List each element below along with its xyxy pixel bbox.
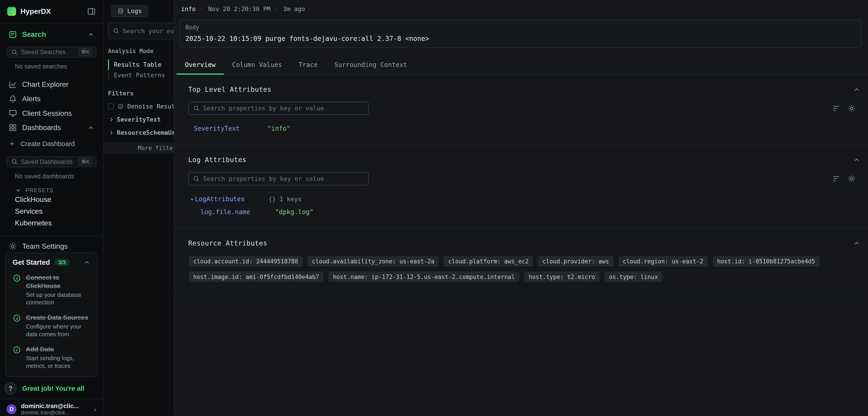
resource-chip[interactable]: os.type: linux: [604, 271, 662, 282]
section-toolbar: [188, 102, 856, 115]
chevron-up-icon[interactable]: [88, 124, 95, 131]
attribute-value[interactable]: "info": [268, 125, 868, 132]
sidebar-item-search[interactable]: Search: [0, 29, 103, 41]
filter-group-label: SeverityText: [117, 116, 161, 123]
progress-badge: 3/3: [54, 259, 70, 266]
chevron-up-icon[interactable]: [83, 259, 90, 266]
get-started-header[interactable]: Get Started 3/3: [13, 259, 90, 266]
saved-searches-box[interactable]: ⌘K: [6, 47, 96, 57]
get-started-card: Get Started 3/3 Connect to ClickHouse Se…: [5, 252, 97, 377]
line-wrap-icon[interactable]: [832, 175, 840, 183]
resource-chip[interactable]: host.name: ip-172-31-12-5.us-east-2.comp…: [329, 271, 519, 282]
filter-group-resourceschemaurl[interactable]: ResourceSchemaUrl: [108, 129, 174, 136]
section-title: Top Level Attributes: [188, 86, 272, 93]
section-title: Resource Attributes: [188, 239, 268, 247]
search-section-label: Search: [22, 30, 46, 39]
event-search-box[interactable]: [108, 23, 175, 39]
get-started-item[interactable]: Add Data Start sending logs, metrics, or…: [13, 345, 90, 370]
collapse-section-icon[interactable]: [853, 240, 860, 247]
resource-chip[interactable]: cloud.availability_zone: us-east-2a: [308, 256, 439, 267]
chevron-right-icon: [108, 116, 115, 123]
line-wrap-icon[interactable]: [832, 104, 840, 113]
attribute-row: log.file.name "dpkg.log": [200, 208, 868, 216]
preset-item-kubernetes[interactable]: Kubernetes: [0, 217, 103, 229]
attribute-key[interactable]: SeverityText: [194, 125, 268, 132]
team-settings-label: Team Settings: [22, 242, 68, 250]
sidebar-item-alerts[interactable]: Alerts: [0, 92, 103, 106]
get-started-item-title: Create Data Sources: [26, 314, 90, 322]
sidebar-item-client-sessions[interactable]: Client Sessions: [0, 106, 103, 120]
chevron-up-icon[interactable]: [88, 31, 95, 38]
no-saved-searches-text: No saved searches: [15, 63, 96, 70]
body-content[interactable]: 2025-10-22 10:15:09 purge fonts-dejavu-c…: [185, 35, 855, 42]
tab-overview[interactable]: Overview: [177, 57, 224, 74]
collapse-section-icon[interactable]: [853, 86, 860, 93]
user-name: dominic.tran@clic...: [21, 403, 90, 410]
collapse-sidebar-icon[interactable]: [87, 7, 96, 16]
sidebar-item-dashboards[interactable]: Dashboards: [0, 120, 103, 135]
property-search-box[interactable]: [188, 172, 369, 185]
sidebar-divider: [0, 235, 103, 236]
property-search-input[interactable]: [203, 175, 364, 182]
section-header: Resource Attributes: [174, 228, 868, 247]
resource-chip[interactable]: cloud.platform: aws_ec2: [444, 256, 533, 267]
resource-chip[interactable]: cloud.region: us-east-2: [618, 256, 708, 267]
preset-item-clickhouse[interactable]: ClickHouse: [0, 194, 103, 206]
get-started-item[interactable]: Connect to ClickHouse Set up your databa…: [13, 273, 90, 306]
resource-chip[interactable]: host.image.id: ami-0f5fcdfbd140e4ab7: [189, 271, 323, 282]
saved-dashboards-input[interactable]: [21, 158, 75, 166]
more-filters-button[interactable]: More filters: [103, 143, 174, 153]
congrats-row: ? Great job! You're all: [4, 382, 99, 394]
property-search-input[interactable]: [203, 105, 364, 112]
tab-column-values[interactable]: Column Values: [224, 57, 290, 74]
collapse-section-icon[interactable]: [853, 156, 860, 164]
get-started-item[interactable]: Create Data Sources Configure where your…: [13, 314, 90, 338]
analysis-mode-label: Analysis Mode: [108, 48, 174, 55]
resource-chip[interactable]: host.id: i-0510b81275acbe4d5: [713, 256, 819, 267]
resource-chip[interactable]: host.type: t2.micro: [524, 271, 599, 282]
separator-dot: ·: [275, 5, 278, 12]
user-menu[interactable]: D dominic.tran@clic... dominic.tran@clic…: [0, 399, 103, 416]
sidebar-item-chart-explorer[interactable]: Chart Explorer: [0, 77, 103, 92]
section-top-level-attributes: Top Level Attributes: [174, 75, 868, 145]
section-log-attributes: Log Attributes: [174, 145, 868, 228]
source-select-button[interactable]: Logs: [111, 5, 148, 17]
body-panel: Body 2025-10-22 10:15:09 purge fonts-dej…: [179, 20, 861, 48]
event-search-input[interactable]: [123, 28, 174, 35]
caret-down-icon[interactable]: ▾: [190, 196, 194, 203]
saved-searches-input[interactable]: [21, 49, 75, 56]
presets-toggle[interactable]: PRESETS: [15, 187, 103, 194]
sidebar-header: HyperDX: [0, 0, 103, 24]
tab-surrounding-context[interactable]: Surrounding Context: [326, 57, 415, 74]
sidebar-item-label: Dashboards: [22, 123, 61, 132]
tab-trace[interactable]: Trace: [290, 57, 326, 74]
brand[interactable]: HyperDX: [7, 7, 51, 16]
filter-group-severitytext[interactable]: SeverityText: [108, 116, 174, 123]
sidebar-item-label: Client Sessions: [22, 109, 72, 118]
relative-time: 3m ago: [283, 5, 305, 12]
search-icon: [11, 158, 18, 165]
gear-icon[interactable]: [847, 104, 856, 113]
analysis-mode-options: Results Table Event Patterns: [108, 59, 174, 81]
saved-dashboards-box[interactable]: ⌘K: [6, 156, 96, 167]
denoise-checkbox[interactable]: [108, 103, 114, 110]
section-header: Log Attributes: [174, 145, 868, 164]
mode-event-patterns[interactable]: Event Patterns: [108, 70, 174, 81]
gear-icon[interactable]: [847, 175, 856, 183]
property-search-box[interactable]: [188, 102, 369, 115]
search-panel: Logs Analysis Mode Results Table Event P…: [103, 0, 174, 416]
resource-chip[interactable]: cloud.account.id: 244449518788: [189, 256, 303, 267]
denoise-results-toggle[interactable]: Denoise Results: [108, 103, 174, 110]
create-dashboard-button[interactable]: Create Dashboard: [0, 137, 103, 150]
help-button[interactable]: ?: [4, 382, 17, 394]
sidebar-item-team-settings[interactable]: Team Settings: [0, 240, 103, 252]
attribute-key[interactable]: ▾LogAttributes: [190, 195, 268, 203]
mode-results-table[interactable]: Results Table: [108, 59, 174, 70]
search-icon: [113, 28, 119, 34]
resource-chip[interactable]: cloud.provider: aws: [538, 256, 613, 267]
attribute-row: SeverityText "info": [194, 125, 868, 132]
preset-item-services[interactable]: Services: [0, 206, 103, 217]
gear-icon: [8, 242, 17, 251]
attribute-key[interactable]: log.file.name: [200, 208, 275, 216]
attribute-value[interactable]: "dpkg.log": [275, 208, 868, 216]
